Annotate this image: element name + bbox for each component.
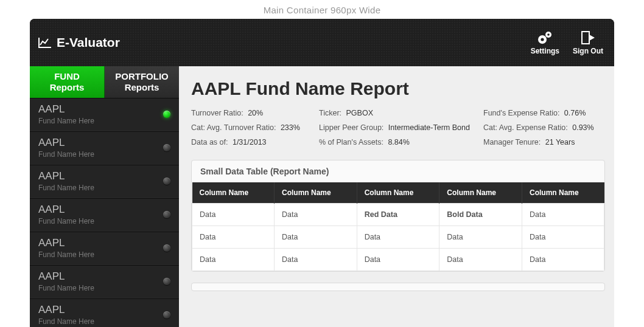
column-header: Column Name: [522, 182, 604, 204]
table-cell: Bold Data: [439, 204, 522, 226]
table-cell: Data: [275, 249, 357, 271]
sidebar-item[interactable]: AAPLFund Name Here: [30, 98, 179, 131]
sidebar-item-name: Fund Name Here: [38, 217, 94, 225]
table-row: DataDataDataDataData: [192, 249, 604, 271]
sidebar-item-ticker: AAPL: [38, 270, 94, 283]
sidebar-item-name: Fund Name Here: [38, 150, 94, 159]
sidebar-list: AAPLFund Name HereAAPLFund Name HereAAPL…: [30, 98, 179, 327]
table-cell: Data: [439, 226, 522, 249]
sidebar-item[interactable]: AAPLFund Name Here: [30, 131, 179, 165]
tab-portfolio-reports[interactable]: PORTFOLIO Reports: [105, 66, 179, 98]
sidebar-item[interactable]: AAPLFund Name Here: [30, 165, 179, 198]
svg-marker-5: [589, 35, 595, 41]
sidebar-item-name: Fund Name Here: [38, 184, 94, 192]
tab-label: PORTFOLIO Reports: [115, 71, 169, 93]
container-width-label: Main Container 960px Wide: [0, 0, 644, 19]
status-dot-icon: [163, 144, 170, 151]
sidebar-item-name: Fund Name Here: [38, 284, 94, 292]
meta-field: Manager Tenure: 21 Years: [483, 138, 605, 146]
sidebar-item[interactable]: AAPLFund Name Here: [30, 265, 179, 298]
table-cell: Data: [522, 249, 604, 271]
status-dot-icon: [163, 177, 170, 185]
sidebar-item-name: Fund Name Here: [38, 317, 94, 326]
table-cell: Data: [522, 226, 604, 249]
sidebar-item-name: Fund Name Here: [38, 250, 94, 259]
sidebar-item-ticker: AAPL: [38, 137, 94, 149]
meta-value: PGBOX: [344, 109, 373, 117]
meta-field: Cat: Avg. Turnover Ratio: 233%: [191, 123, 313, 132]
meta-label: Turnover Ratio:: [191, 109, 243, 117]
sidebar-item[interactable]: AAPLFund Name Here: [30, 232, 179, 265]
meta-label: Cat: Avg. Turnover Ratio:: [191, 123, 276, 132]
signout-label: Sign Out: [573, 47, 603, 55]
table-cell: Data: [192, 204, 275, 226]
meta-value: 0.76%: [562, 109, 586, 117]
main-content: AAPL Fund Name Report Turnover Ratio: 20…: [179, 66, 614, 327]
brand: E-Valuator: [38, 35, 120, 50]
tab-label: FUND Reports: [50, 71, 85, 93]
meta-value: Intermediate-Term Bond: [386, 123, 470, 132]
column-header: Column Name: [357, 182, 439, 204]
table-row: DataDataRed DataBold DataData: [192, 204, 604, 226]
sidebar-item-ticker: AAPL: [38, 103, 94, 115]
table-row: DataDataDataDataData: [192, 226, 604, 249]
settings-button[interactable]: Settings: [531, 30, 559, 55]
app-shell: E-Valuator Settings Sign Out FUND Report…: [30, 19, 614, 327]
svg-point-3: [548, 33, 550, 36]
table-cell: Data: [275, 204, 357, 226]
status-dot-icon: [163, 244, 170, 252]
signout-button[interactable]: Sign Out: [573, 30, 603, 55]
meta-field: Data as of: 1/31/2013: [191, 138, 313, 146]
data-table-card: Small Data Table (Report Name) Column Na…: [191, 160, 605, 272]
meta-field: Turnover Ratio: 20%: [191, 109, 313, 117]
meta-value: 8.84%: [386, 138, 410, 146]
next-card-placeholder: [191, 283, 605, 291]
meta-value: 21 Years: [543, 138, 575, 146]
sidebar-item[interactable]: AAPLFund Name Here: [30, 198, 179, 232]
meta-label: Manager Tenure:: [483, 138, 541, 146]
table-cell: Data: [192, 249, 275, 271]
status-dot-icon: [163, 211, 170, 218]
sidebar-item-ticker: AAPL: [38, 304, 94, 316]
brand-name: E-Valuator: [57, 35, 120, 50]
app-body: FUND ReportsPORTFOLIO Reports AAPLFund N…: [30, 66, 614, 327]
sidebar-item-name: Fund Name Here: [38, 117, 94, 125]
sidebar: FUND ReportsPORTFOLIO Reports AAPLFund N…: [30, 66, 179, 327]
column-header: Column Name: [439, 182, 522, 204]
meta-field: Cat: Avg. Expense Ratio: 0.93%: [483, 123, 605, 132]
meta-value: 1/31/2013: [230, 138, 266, 146]
meta-label: Fund's Expense Ratio:: [483, 109, 559, 117]
meta-label: Data as of:: [191, 138, 228, 146]
status-dot-icon: [163, 278, 170, 285]
meta-label: Ticker:: [319, 109, 341, 117]
meta-field: % of Plan's Assets: 8.84%: [319, 138, 477, 146]
settings-label: Settings: [531, 47, 559, 55]
meta-label: % of Plan's Assets:: [319, 138, 383, 146]
meta-field: Lipper Peer Group: Intermediate-Term Bon…: [319, 123, 477, 132]
meta-field: Fund's Expense Ratio: 0.76%: [483, 109, 605, 117]
meta-label: Cat: Avg. Expense Ratio:: [483, 123, 568, 132]
meta-value: 233%: [278, 123, 299, 132]
sidebar-item-ticker: AAPL: [38, 204, 94, 216]
meta-value: 0.93%: [570, 123, 594, 132]
column-header: Column Name: [192, 182, 275, 204]
gear-icon: [536, 30, 553, 46]
chart-icon: [38, 37, 52, 48]
sidebar-item[interactable]: AAPLFund Name Here: [30, 298, 179, 327]
signout-icon: [580, 30, 596, 46]
meta-field: Ticker: PGBOX: [319, 109, 477, 117]
topbar: E-Valuator Settings Sign Out: [30, 19, 614, 66]
meta-grid: Turnover Ratio: 20%Ticker: PGBOXFund's E…: [191, 109, 605, 146]
sidebar-item-ticker: AAPL: [38, 170, 94, 182]
status-dot-icon: [163, 311, 170, 318]
table-cell: Data: [275, 226, 357, 249]
table-cell: Red Data: [357, 204, 439, 226]
svg-point-1: [541, 38, 544, 41]
table-cell: Data: [439, 249, 522, 271]
tab-fund-reports[interactable]: FUND Reports: [30, 66, 105, 98]
column-header: Column Name: [275, 182, 357, 204]
table-cell: Data: [522, 204, 604, 226]
data-table-title: Small Data Table (Report Name): [192, 160, 604, 182]
sidebar-tabs: FUND ReportsPORTFOLIO Reports: [30, 66, 179, 98]
sidebar-item-ticker: AAPL: [38, 237, 94, 249]
